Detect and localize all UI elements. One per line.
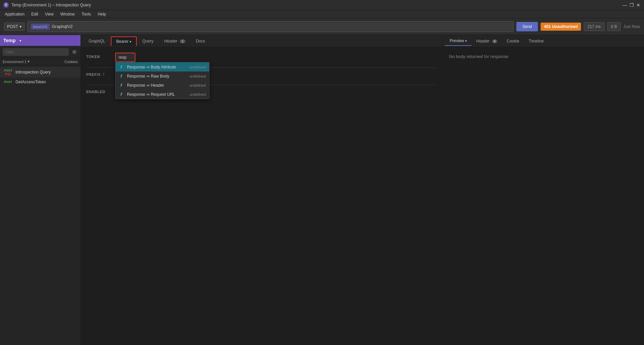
sidebar-title-chevron-icon: ▾ [20,39,21,42]
tab-query[interactable]: Query [137,36,159,46]
environment-label: Environment 1 [3,60,27,64]
environment-select[interactable]: Environment 1 ▾ [3,59,30,64]
menu-application[interactable]: Application [2,11,27,17]
menu-view[interactable]: View [42,11,56,17]
environment-bar: Environment 1 ▾ Cookies [0,58,80,65]
autocomplete-value-1: undefined [190,65,206,69]
sidebar-title: Temp [3,38,15,43]
menu-help[interactable]: Help [95,11,109,17]
app-icon: B [3,2,9,8]
send-button[interactable]: Send [516,22,538,31]
status-badge: 401 Unauthorized [541,23,581,31]
token-field-row: TOKEN f Response ⇒ Body Attribute undefi… [86,53,437,62]
autocomplete-label-4: Response ⇒ Request URL [127,92,186,97]
prefix-label: PREFIX ? [86,70,110,77]
sidebar-controls: ⊕ [0,46,80,58]
tab-cookie[interactable]: Cookie [502,37,524,46]
autocomplete-label-3: Response ⇒ Header [127,83,186,88]
help-icon[interactable]: ? [102,73,105,77]
url-input-container[interactable]: baseUrl1 GraphqlV2 [27,21,514,32]
app-body: POST ▾ baseUrl1 GraphqlV2 Send 401 Unaut… [0,18,644,345]
tab-graphql[interactable]: GraphQL [84,36,110,46]
minimize-button[interactable]: — [622,3,627,7]
tab-preview[interactable]: Preview ▾ [445,36,472,46]
enabled-label: ENABLED [86,88,110,94]
menubar: Application Edit View Window Tools Help [0,10,644,18]
sidebar-header: Temp ▾ [0,35,80,46]
maximize-button[interactable]: ❐ [629,3,634,7]
sidebar-item-name-introspection: Introspection Query [15,70,51,75]
cookies-button[interactable]: Cookies [64,60,78,64]
titlebar: B Temp (Environment 1) – Introspection Q… [0,0,644,10]
response-size-badge: 0 B [607,22,621,31]
url-value: GraphqlV2 [52,24,73,29]
method-post-label-2: POST [4,80,12,84]
autocomplete-item-body-attr[interactable]: f Response ⇒ Body Attribute undefined [116,62,209,71]
tab-docs[interactable]: Docs [191,36,210,46]
url-prefix-tag: baseUrl1 [31,24,50,30]
tab-header[interactable]: Header 1 [159,36,190,46]
autocomplete-item-raw-body[interactable]: f Response ⇒ Raw Body undefined [116,71,209,81]
token-input-container: f Response ⇒ Body Attribute undefined f … [115,53,437,62]
window-controls: — ❐ ✕ [622,3,641,7]
autocomplete-dropdown: f Response ⇒ Body Attribute undefined f … [115,62,210,99]
method-post-label: POST [4,69,12,72]
method-chevron-icon: ▾ [20,24,22,29]
token-label: TOKEN [86,53,110,59]
no-body-message: No body returned for response [442,47,644,66]
titlebar-title: Temp (Environment 1) – Introspection Que… [11,3,91,7]
autocomplete-value-2: undefined [190,74,206,78]
func-icon-3: f [119,83,124,88]
autocomplete-value-4: undefined [190,92,206,96]
autocomplete-label-2: Response ⇒ Raw Body [127,74,186,79]
timestamp-label: Just Now [623,24,640,29]
sidebar-item-name-access-token: GetAccessToken [15,80,46,84]
autocomplete-item-header[interactable]: f Response ⇒ Header undefined [116,81,209,90]
menu-edit[interactable]: Edit [29,11,41,17]
func-icon-1: f [119,64,124,69]
filter-input[interactable] [3,48,69,56]
autocomplete-value-3: undefined [190,83,206,87]
tab-bearer[interactable]: Bearer ▾ [111,36,136,46]
autocomplete-label-1: Response ⇒ Body Attribute [127,65,186,69]
autocomplete-item-request-url[interactable]: f Response ⇒ Request URL undefined [116,90,209,99]
method-gql-label: GQL [5,72,11,76]
main-tabs-bar: GraphQL Bearer ▾ Query Header 1 Docs [81,35,442,47]
menu-tools[interactable]: Tools [79,11,94,17]
bearer-token-section: TOKEN f Response ⇒ Body Attribute undefi… [81,47,442,105]
add-request-button[interactable]: ⊕ [71,48,78,56]
func-icon-2: f [119,74,124,79]
func-icon-4: f [119,92,124,97]
content-area: Temp ▾ ⊕ Environment 1 ▾ Cookies POST GQ… [0,35,644,345]
request-bar: POST ▾ baseUrl1 GraphqlV2 Send 401 Unaut… [0,18,644,35]
menu-window[interactable]: Window [58,11,77,17]
right-tabs-bar: Preview ▾ Header 4 Cookie Timeline [442,35,644,47]
method-label: POST [7,24,18,29]
method-select[interactable]: POST ▾ [4,23,25,31]
sidebar-list: POST GQL Introspection Query POST GetAcc… [0,65,80,345]
main-panel: GraphQL Bearer ▾ Query Header 1 Docs TOK… [81,35,442,345]
tab-timeline[interactable]: Timeline [524,37,549,46]
token-input[interactable] [115,53,135,62]
sidebar: Temp ▾ ⊕ Environment 1 ▾ Cookies POST GQ… [0,35,81,345]
sidebar-item-get-access-token[interactable]: POST GetAccessToken [0,78,80,86]
right-panel: Preview ▾ Header 4 Cookie Timeline No bo… [442,35,644,345]
tab-response-header[interactable]: Header 4 [472,37,502,46]
sidebar-item-introspection-query[interactable]: POST GQL Introspection Query [0,67,80,78]
close-button[interactable]: ✕ [636,3,641,7]
response-time-badge: 217 ms [584,22,604,31]
environment-chevron-icon: ▾ [28,59,30,64]
